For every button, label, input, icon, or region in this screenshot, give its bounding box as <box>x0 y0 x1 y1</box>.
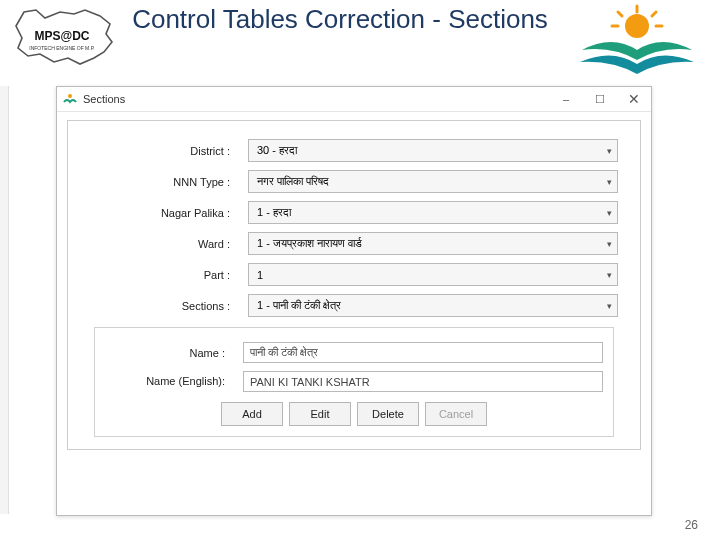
button-row: Add Edit Delete Cancel <box>105 402 603 426</box>
chevron-down-icon: ▾ <box>607 301 612 311</box>
form-panel: District : 30 - हरदा ▾ NNN Type : नगर पा… <box>67 120 641 450</box>
edit-button-label: Edit <box>311 408 330 420</box>
ward-row: Ward : 1 - जयप्रकाश नारायण वार्ड ▾ <box>90 232 618 255</box>
delete-button-label: Delete <box>372 408 404 420</box>
part-select[interactable]: 1 ▾ <box>248 263 618 286</box>
window-client-area: District : 30 - हरदा ▾ NNN Type : नगर पा… <box>57 112 651 456</box>
part-value: 1 <box>257 269 263 281</box>
ward-label: Ward : <box>90 238 248 250</box>
ward-value: 1 - जयप्रकाश नारायण वार्ड <box>257 237 362 250</box>
window-minimize-button[interactable]: – <box>549 87 583 111</box>
svg-point-2 <box>625 14 649 38</box>
part-label: Part : <box>90 269 248 281</box>
svg-line-5 <box>652 12 656 16</box>
name-english-label: Name (English): <box>105 376 243 388</box>
edit-button[interactable]: Edit <box>289 402 351 426</box>
sections-value: 1 - पानी की टंकी क्षेत्र <box>257 299 341 312</box>
window-titlebar: Sections – ☐ ✕ <box>57 87 651 112</box>
delete-button[interactable]: Delete <box>357 402 419 426</box>
window-close-button[interactable]: ✕ <box>617 87 651 111</box>
page-title: Control Tables Correction - Sections <box>120 5 560 35</box>
nnn-type-row: NNN Type : नगर पालिका परिषद ▾ <box>90 170 618 193</box>
part-row: Part : 1 ▾ <box>90 263 618 286</box>
district-row: District : 30 - हरदा ▾ <box>90 139 618 162</box>
window-maximize-button[interactable]: ☐ <box>583 87 617 111</box>
sections-window: Sections – ☐ ✕ District : 30 - हरदा ▾ <box>56 86 652 516</box>
sunrise-book-logo <box>572 2 702 80</box>
svg-point-8 <box>68 94 72 98</box>
ward-select[interactable]: 1 - जयप्रकाश नारायण वार्ड ▾ <box>248 232 618 255</box>
name-value: पानी की टंकी क्षेत्र <box>250 346 318 359</box>
name-input[interactable]: पानी की टंकी क्षेत्र <box>243 342 603 363</box>
nagar-palika-label: Nagar Palika : <box>90 207 248 219</box>
name-label: Name : <box>105 347 243 359</box>
name-english-value: PANI KI TANKI KSHATR <box>250 376 370 388</box>
window-controls: – ☐ ✕ <box>549 87 651 111</box>
minimize-icon: – <box>563 93 569 105</box>
svg-text:MPS@DC: MPS@DC <box>34 29 89 43</box>
svg-text:INFOTECH ENGINE OF M.P.: INFOTECH ENGINE OF M.P. <box>29 45 94 51</box>
add-button[interactable]: Add <box>221 402 283 426</box>
chevron-down-icon: ▾ <box>607 146 612 156</box>
name-english-input[interactable]: PANI KI TANKI KSHATR <box>243 371 603 392</box>
sections-select[interactable]: 1 - पानी की टंकी क्षेत्र ▾ <box>248 294 618 317</box>
name-row: Name : पानी की टंकी क्षेत्र <box>105 342 603 363</box>
district-value: 30 - हरदा <box>257 144 297 157</box>
mpsedc-logo: MPS@DC INFOTECH ENGINE OF M.P. <box>10 4 115 70</box>
cancel-button-label: Cancel <box>439 408 473 420</box>
svg-line-4 <box>618 12 622 16</box>
nnn-type-value: नगर पालिका परिषद <box>257 175 329 188</box>
chevron-down-icon: ▾ <box>607 177 612 187</box>
maximize-icon: ☐ <box>595 93 605 106</box>
sections-label: Sections : <box>90 300 248 312</box>
nagar-palika-select[interactable]: 1 - हरदा ▾ <box>248 201 618 224</box>
nagar-palika-value: 1 - हरदा <box>257 206 291 219</box>
slide-left-edge <box>0 86 9 514</box>
add-button-label: Add <box>242 408 262 420</box>
chevron-down-icon: ▾ <box>607 208 612 218</box>
district-label: District : <box>90 145 248 157</box>
slide-header: MPS@DC INFOTECH ENGINE OF M.P. Control T… <box>0 0 720 80</box>
nagar-palika-row: Nagar Palika : 1 - हरदा ▾ <box>90 201 618 224</box>
chevron-down-icon: ▾ <box>607 270 612 280</box>
nnn-type-label: NNN Type : <box>90 176 248 188</box>
close-icon: ✕ <box>628 92 640 106</box>
nnn-type-select[interactable]: नगर पालिका परिषद ▾ <box>248 170 618 193</box>
name-english-row: Name (English): PANI KI TANKI KSHATR <box>105 371 603 392</box>
slide-page-number: 26 <box>685 518 698 532</box>
district-select[interactable]: 30 - हरदा ▾ <box>248 139 618 162</box>
cancel-button[interactable]: Cancel <box>425 402 487 426</box>
window-app-icon <box>63 92 77 106</box>
sections-row: Sections : 1 - पानी की टंकी क्षेत्र ▾ <box>90 294 618 317</box>
section-detail-panel: Name : पानी की टंकी क्षेत्र Name (Englis… <box>94 327 614 437</box>
window-title: Sections <box>83 93 125 105</box>
chevron-down-icon: ▾ <box>607 239 612 249</box>
